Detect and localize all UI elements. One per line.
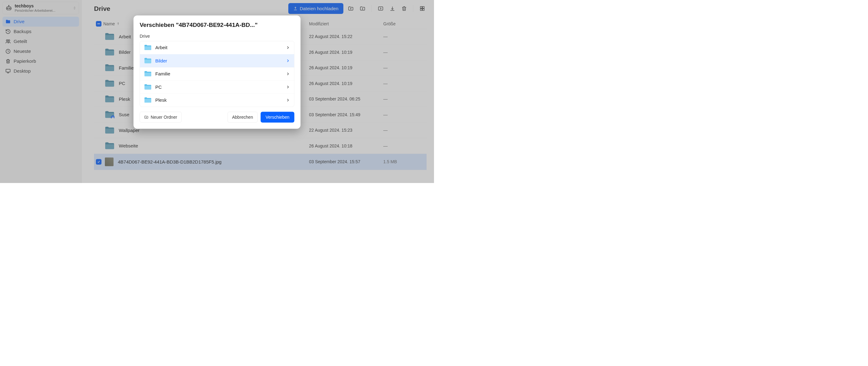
move-label: Verschieben — [266, 115, 289, 120]
chevron-right-icon — [286, 46, 290, 50]
modal-overlay[interactable]: Verschieben "4B74D067-BE92-441A-BD..." D… — [0, 0, 434, 183]
modal-folder-name: Plesk — [155, 98, 282, 103]
modal-folder-name: PC — [155, 85, 282, 90]
folder-icon — [144, 58, 152, 64]
modal-footer: Neuer Ordner Abbrechen Verschieben — [140, 112, 294, 123]
chevron-right-icon — [286, 59, 290, 63]
folder-icon — [144, 97, 152, 103]
modal-folder-item[interactable]: Plesk — [140, 94, 294, 107]
modal-breadcrumb[interactable]: Drive — [140, 34, 294, 39]
folder-icon — [144, 71, 152, 77]
modal-folder-item[interactable]: Bilder — [140, 55, 294, 68]
cancel-label: Abbrechen — [232, 115, 253, 120]
folder-plus-icon — [144, 115, 149, 119]
folder-icon — [144, 84, 152, 90]
modal-folder-name: Arbeit — [155, 45, 282, 51]
cancel-button[interactable]: Abbrechen — [228, 112, 258, 123]
chevron-right-icon — [286, 85, 290, 89]
modal-folder-item[interactable]: Familie — [140, 67, 294, 81]
new-folder-label: Neuer Ordner — [151, 115, 177, 120]
modal-title: Verschieben "4B74D067-BE92-441A-BD..." — [140, 22, 294, 28]
modal-folder-item[interactable]: PC — [140, 81, 294, 94]
move-button[interactable]: Verschieben — [260, 112, 294, 123]
modal-folder-item[interactable]: Arbeit — [140, 41, 294, 55]
modal-folder-name: Familie — [155, 71, 282, 77]
modal-folder-list: Arbeit Bilder Familie PC Plesk — [140, 41, 294, 107]
move-modal: Verschieben "4B74D067-BE92-441A-BD..." D… — [134, 15, 301, 129]
new-folder-button[interactable]: Neuer Ordner — [140, 112, 182, 123]
chevron-right-icon — [286, 98, 290, 102]
modal-folder-name: Bilder — [155, 58, 282, 63]
folder-icon — [144, 44, 152, 51]
chevron-right-icon — [286, 72, 290, 76]
